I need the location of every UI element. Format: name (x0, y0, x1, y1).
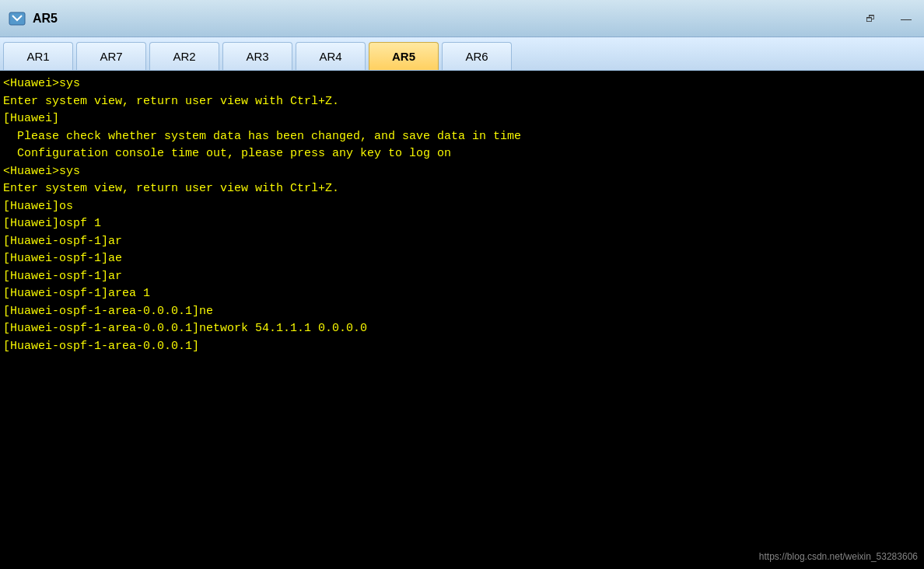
terminal-line: [Huawei] (3, 110, 921, 128)
minimize-button[interactable]: — (888, 0, 924, 37)
tab-ar2[interactable]: AR2 (149, 42, 219, 70)
terminal-line: [Huawei-ospf-1]ar (3, 233, 921, 251)
terminal-line: [Huawei]os (3, 198, 921, 216)
restore-button[interactable]: 🗗 (852, 0, 888, 37)
app-icon (8, 9, 26, 28)
tab-ar3[interactable]: AR3 (222, 42, 292, 70)
terminal-line: [Huawei-ospf-1]area 1 (3, 285, 921, 303)
terminal-line: [Huawei]ospf 1 (3, 215, 921, 233)
terminal[interactable]: <Huawei>sysEnter system view, return use… (0, 71, 924, 569)
terminal-line: [Huawei-ospf-1-area-0.0.0.1] (3, 338, 921, 356)
watermark: https://blog.csdn.net/weixin_53283606 (759, 550, 918, 564)
terminal-line: Please check whether system data has bee… (3, 128, 921, 146)
tab-ar6[interactable]: AR6 (442, 42, 512, 70)
terminal-line: [Huawei-ospf-1]ae (3, 250, 921, 268)
terminal-line: <Huawei>sys (3, 75, 921, 93)
terminal-line: [Huawei-ospf-1-area-0.0.0.1]network 54.1… (3, 320, 921, 338)
window-controls: 🗗 — (852, 0, 924, 37)
tab-ar5[interactable]: AR5 (369, 42, 439, 70)
terminal-line: [Huawei-ospf-1]ar (3, 268, 921, 286)
tab-ar7[interactable]: AR7 (76, 42, 146, 70)
tab-ar4[interactable]: AR4 (296, 42, 366, 70)
terminal-line: Configuration console time out, please p… (3, 145, 921, 163)
terminal-line: [Huawei-ospf-1-area-0.0.0.1]ne (3, 303, 921, 321)
window-title: AR5 (33, 12, 58, 26)
title-bar: AR5 🗗 — (0, 0, 924, 37)
terminal-line: Enter system view, return user view with… (3, 180, 921, 198)
svg-rect-0 (9, 12, 25, 25)
tab-ar1[interactable]: AR1 (3, 42, 73, 70)
tab-bar: AR1AR7AR2AR3AR4AR5AR6 (0, 37, 924, 71)
terminal-line: Enter system view, return user view with… (3, 93, 921, 111)
terminal-line: <Huawei>sys (3, 163, 921, 181)
